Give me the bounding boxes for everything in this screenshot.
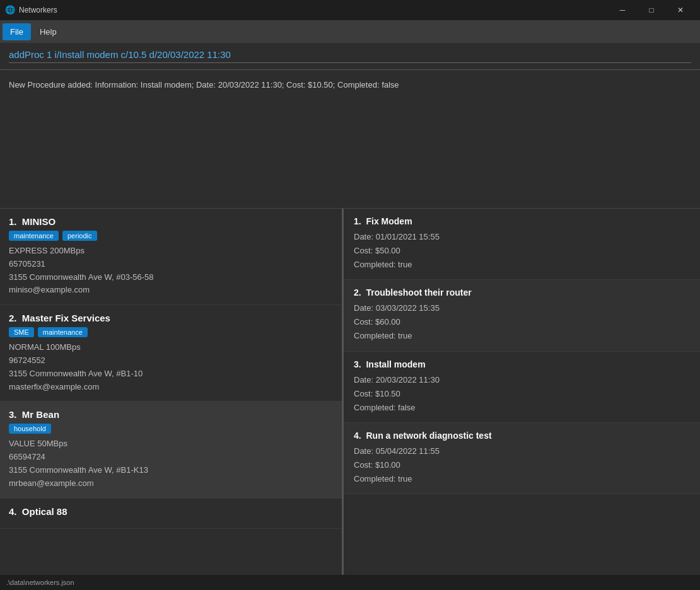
client-plan-2: NORMAL 100MBps bbox=[9, 341, 333, 354]
procedure-item-2[interactable]: 2. Troubleshoot their router Date: 03/03… bbox=[344, 280, 700, 351]
client-header-4: 4. Optical 88 bbox=[9, 506, 333, 517]
client-address-2: 3155 Commonwealth Ave W, #B1-10 bbox=[9, 367, 333, 381]
tag-periodic-1: periodic bbox=[62, 231, 97, 241]
procedure-detail-2: Date: 03/03/2022 15:35 Cost: $60.00 Comp… bbox=[354, 301, 690, 343]
tag-maintenance-1: maintenance bbox=[9, 231, 59, 241]
client-header-1: 1. MINISO bbox=[9, 216, 333, 227]
procedure-detail-1: Date: 01/01/2021 15:55 Cost: $50.00 Comp… bbox=[354, 230, 690, 272]
client-detail-3: VALUE 50MBps 66594724 3155 Commonwealth … bbox=[9, 437, 333, 490]
client-phone-1: 65705231 bbox=[9, 258, 333, 271]
client-address-3: 3155 Commonwealth Ave W, #B1-K13 bbox=[9, 464, 333, 477]
procedure-item-4[interactable]: 4. Run a network diagnostic test Date: 0… bbox=[344, 423, 700, 494]
client-address-1: 3155 Commonwealth Ave W, #03-56-58 bbox=[9, 271, 333, 284]
minimize-button[interactable]: ─ bbox=[608, 0, 637, 20]
client-email-3: mrbean@example.com bbox=[9, 477, 333, 490]
tag-maintenance-2: maintenance bbox=[38, 327, 88, 337]
proc-cost-1: Cost: $50.00 bbox=[354, 244, 690, 258]
client-header-2: 2. Master Fix Services bbox=[9, 313, 333, 323]
proc-date-3: Date: 20/03/2022 11:30 bbox=[354, 373, 690, 387]
procedure-item-3[interactable]: 3. Install modem Date: 20/03/2022 11:30 … bbox=[344, 352, 700, 423]
proc-cost-4: Cost: $10.00 bbox=[354, 458, 690, 472]
app-icon: 🌐 bbox=[5, 5, 15, 15]
command-area bbox=[0, 43, 700, 70]
client-item-2[interactable]: 2. Master Fix Services SME maintenance N… bbox=[0, 305, 342, 402]
client-plan-3: VALUE 50MBps bbox=[9, 437, 333, 451]
proc-completed-4: Completed: true bbox=[354, 472, 690, 486]
procedure-item-1[interactable]: 1. Fix Modem Date: 01/01/2021 15:55 Cost… bbox=[344, 209, 700, 280]
menu-bar: File Help bbox=[0, 20, 700, 43]
client-email-1: miniso@example.com bbox=[9, 284, 333, 297]
status-filepath: .\data\networkers.json bbox=[6, 579, 74, 586]
client-tags-2: SME maintenance bbox=[9, 327, 333, 337]
proc-date-1: Date: 01/01/2021 15:55 bbox=[354, 230, 690, 244]
client-detail-1: EXPRESS 200MBps 65705231 3155 Commonweal… bbox=[9, 245, 333, 297]
output-area: New Procedure added: Information: Instal… bbox=[0, 70, 700, 209]
procedures-panel: 1. Fix Modem Date: 01/01/2021 15:55 Cost… bbox=[344, 209, 700, 575]
procedure-header-2: 2. Troubleshoot their router bbox=[354, 287, 690, 298]
proc-completed-3: Completed: false bbox=[354, 401, 690, 415]
title-bar-left: 🌐 Networkers bbox=[5, 5, 57, 15]
client-tags-1: maintenance periodic bbox=[9, 231, 333, 241]
main-content: 1. MINISO maintenance periodic EXPRESS 2… bbox=[0, 209, 700, 575]
tag-sme-2: SME bbox=[9, 327, 34, 337]
client-item-3[interactable]: 3. Mr Bean household VALUE 50MBps 665947… bbox=[0, 402, 342, 498]
title-bar-controls: ─ □ ✕ bbox=[608, 0, 695, 20]
client-plan-1: EXPRESS 200MBps bbox=[9, 245, 333, 258]
app-title: Networkers bbox=[19, 6, 57, 14]
clients-panel: 1. MINISO maintenance periodic EXPRESS 2… bbox=[0, 209, 344, 575]
procedure-header-4: 4. Run a network diagnostic test bbox=[354, 431, 690, 441]
proc-date-2: Date: 03/03/2022 15:35 bbox=[354, 301, 690, 315]
client-phone-3: 66594724 bbox=[9, 451, 333, 464]
proc-completed-1: Completed: true bbox=[354, 258, 690, 272]
client-phone-2: 96724552 bbox=[9, 354, 333, 367]
output-text: New Procedure added: Information: Instal… bbox=[9, 79, 691, 91]
client-item-1[interactable]: 1. MINISO maintenance periodic EXPRESS 2… bbox=[0, 209, 342, 305]
menu-file[interactable]: File bbox=[3, 23, 31, 40]
procedure-header-3: 3. Install modem bbox=[354, 359, 690, 369]
proc-cost-2: Cost: $60.00 bbox=[354, 315, 690, 329]
client-email-2: masterfix@example.com bbox=[9, 381, 333, 394]
menu-help[interactable]: Help bbox=[32, 23, 64, 40]
maximize-button[interactable]: □ bbox=[637, 0, 666, 20]
client-header-3: 3. Mr Bean bbox=[9, 409, 333, 420]
procedure-header-1: 1. Fix Modem bbox=[354, 216, 690, 226]
procedure-detail-3: Date: 20/03/2022 11:30 Cost: $10.50 Comp… bbox=[354, 373, 690, 415]
command-input[interactable] bbox=[9, 49, 691, 63]
proc-cost-3: Cost: $10.50 bbox=[354, 387, 690, 401]
tag-household-3: household bbox=[9, 424, 51, 434]
proc-date-4: Date: 05/04/2022 11:55 bbox=[354, 444, 690, 458]
status-bar: .\data\networkers.json bbox=[0, 575, 700, 590]
close-button[interactable]: ✕ bbox=[666, 0, 695, 20]
procedure-detail-4: Date: 05/04/2022 11:55 Cost: $10.00 Comp… bbox=[354, 444, 690, 486]
client-tags-3: household bbox=[9, 424, 333, 434]
title-bar: 🌐 Networkers ─ □ ✕ bbox=[0, 0, 700, 20]
proc-completed-2: Completed: true bbox=[354, 329, 690, 343]
client-item-4[interactable]: 4. Optical 88 bbox=[0, 499, 342, 529]
client-detail-2: NORMAL 100MBps 96724552 3155 Commonwealt… bbox=[9, 341, 333, 393]
